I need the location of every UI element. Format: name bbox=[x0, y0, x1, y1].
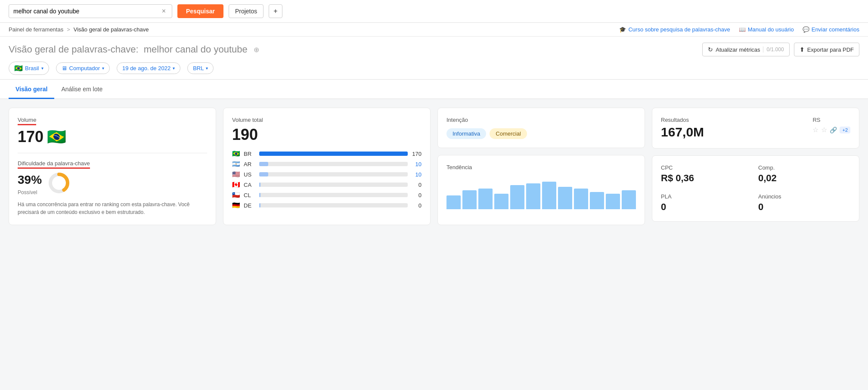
trend-bar-9 bbox=[574, 189, 588, 209]
pla-label: PLA bbox=[661, 193, 753, 200]
brazil-flag-icon-2: 🇧🇷 bbox=[232, 150, 240, 158]
page-header: Visão geral de palavras-chave: melhor ca… bbox=[0, 37, 868, 80]
argentina-flag-icon: 🇦🇷 bbox=[232, 160, 240, 168]
currency-filter[interactable]: BRL ▾ bbox=[187, 62, 214, 74]
manual-link[interactable]: 📖 Manual do usuário bbox=[739, 26, 794, 33]
projects-button[interactable]: Projetos bbox=[229, 4, 264, 18]
trend-bar-12 bbox=[622, 190, 636, 209]
trend-label: Tendência bbox=[446, 164, 636, 170]
volume-card: Volume 170 🇧🇷 Dificuldade da palavra-cha… bbox=[9, 108, 216, 225]
trend-bar-3 bbox=[478, 189, 493, 209]
volume-label: Volume bbox=[18, 117, 207, 125]
trend-bar-11 bbox=[606, 194, 620, 209]
add-keyword-icon[interactable]: ⊕ bbox=[254, 46, 259, 54]
plus-badge[interactable]: +2 bbox=[840, 127, 850, 133]
date-filter[interactable]: 19 de ago. de 2022 ▾ bbox=[117, 62, 180, 74]
course-link[interactable]: 🎓 Curso sobre pesquisa de palavras-chave bbox=[619, 26, 730, 33]
badge-informativa: Informativa bbox=[446, 128, 486, 139]
kd-label: Dificuldade da palavra-chave bbox=[18, 160, 207, 169]
cpc-label: CPC bbox=[661, 164, 753, 171]
country-num-us: 10 bbox=[411, 171, 422, 178]
breadcrumb-home[interactable]: Painel de ferramentas bbox=[9, 26, 63, 33]
graduation-cap-icon: 🎓 bbox=[619, 26, 626, 33]
export-icon: ⬆ bbox=[800, 46, 805, 53]
country-row-de: 🇩🇪 DE 0 bbox=[232, 201, 422, 209]
volume-total-card: Volume total 190 🇧🇷 BR 170 🇦🇷 AR 10 🇺🇸 U… bbox=[223, 108, 431, 225]
volume-total-label: Volume total bbox=[232, 117, 422, 123]
country-code-br: BR bbox=[244, 151, 256, 157]
results-col: Resultados 167,0M bbox=[661, 117, 704, 139]
metrics-grid: CPC R$ 0,36 Comp. 0,02 PLA 0 Anúncios 0 bbox=[661, 164, 850, 213]
results-header: Resultados 167,0M RS ☆ ☆ 🔗 +2 bbox=[661, 117, 850, 139]
trend-bar-10 bbox=[590, 192, 604, 209]
country-num-ca: 0 bbox=[411, 182, 422, 188]
results-card: Resultados 167,0M RS ☆ ☆ 🔗 +2 bbox=[652, 108, 859, 149]
canada-flag-icon: 🇨🇦 bbox=[232, 181, 240, 189]
comment-icon: 💬 bbox=[803, 26, 809, 33]
kd-section: Dificuldade da palavra-chave 39% Possíve… bbox=[18, 160, 207, 216]
page-title-keyword: melhor canal do youtube bbox=[144, 44, 248, 55]
refresh-icon: ↻ bbox=[708, 46, 713, 53]
trend-bar-6 bbox=[526, 183, 540, 209]
breadcrumb-separator: > bbox=[67, 26, 70, 33]
search-button[interactable]: Pesquisar bbox=[177, 4, 223, 18]
germany-flag-icon: 🇩🇪 bbox=[232, 201, 240, 209]
country-code-ca: CA bbox=[244, 182, 256, 188]
intent-badges: Informativa Comercial bbox=[446, 128, 636, 139]
export-pdf-button[interactable]: ⬆ Exportar para PDF bbox=[794, 43, 859, 56]
star-icon-1[interactable]: ☆ bbox=[812, 126, 818, 134]
chevron-down-icon-2: ▾ bbox=[102, 66, 104, 71]
brazil-flag-volume-icon: 🇧🇷 bbox=[47, 128, 66, 146]
country-code-ar: AR bbox=[244, 161, 256, 167]
col3-stack: Intenção Informativa Comercial Tendência bbox=[437, 108, 645, 225]
chain-icon[interactable]: 🔗 bbox=[830, 127, 837, 133]
bar-cl bbox=[259, 193, 408, 197]
page-title: Visão geral de palavras-chave: melhor ca… bbox=[9, 44, 248, 55]
device-filter[interactable]: 🖥 Computador ▾ bbox=[56, 62, 110, 74]
refresh-counter: 0/1.000 bbox=[763, 46, 784, 53]
trend-bar-1 bbox=[446, 195, 461, 209]
trend-bar-4 bbox=[494, 194, 508, 209]
comp-value: 0,02 bbox=[758, 173, 850, 184]
top-bar: × Pesquisar Projetos + bbox=[0, 0, 868, 23]
monitor-icon: 🖥 bbox=[62, 65, 67, 71]
bar-br bbox=[259, 152, 408, 156]
clear-button[interactable]: × bbox=[160, 7, 167, 15]
ads-value: 0 bbox=[758, 201, 850, 213]
intention-label: Intenção bbox=[446, 117, 636, 123]
rs-label: RS bbox=[812, 117, 850, 123]
bar-ar bbox=[259, 162, 408, 166]
us-flag-icon: 🇺🇸 bbox=[232, 170, 240, 178]
bar-de bbox=[259, 203, 408, 207]
add-button[interactable]: + bbox=[269, 4, 282, 18]
country-row-cl: 🇨🇱 CL 0 bbox=[232, 191, 422, 199]
trend-card: Tendência bbox=[437, 155, 645, 225]
filter-row: 🇧🇷 Brasil ▾ 🖥 Computador ▾ 19 de ago. de… bbox=[9, 62, 859, 79]
refresh-metrics-button[interactable]: ↻ Atualizar métricas 0/1.000 bbox=[702, 43, 789, 56]
search-input[interactable] bbox=[13, 8, 160, 15]
country-filter[interactable]: 🇧🇷 Brasil ▾ bbox=[9, 62, 49, 75]
kd-value-block: 39% Possível bbox=[18, 170, 42, 195]
cpc-card: CPC R$ 0,36 Comp. 0,02 PLA 0 Anúncios 0 bbox=[652, 155, 859, 222]
intention-card: Intenção Informativa Comercial bbox=[437, 108, 645, 148]
trend-bar-7 bbox=[542, 182, 556, 209]
feedback-link[interactable]: 💬 Enviar comentários bbox=[803, 26, 859, 33]
country-row-ar: 🇦🇷 AR 10 bbox=[232, 160, 422, 168]
star-row: ☆ ☆ 🔗 +2 bbox=[812, 126, 850, 134]
kd-donut-chart bbox=[48, 172, 70, 194]
star-icon-2[interactable]: ☆ bbox=[821, 126, 827, 134]
brazil-flag-icon: 🇧🇷 bbox=[14, 64, 23, 72]
breadcrumb-current: Visão geral de palavras-chave bbox=[74, 26, 149, 33]
col4-stack: Resultados 167,0M RS ☆ ☆ 🔗 +2 CPC bbox=[652, 108, 859, 225]
tab-overview[interactable]: Visão geral bbox=[9, 80, 54, 99]
breadcrumb-nav-links: 🎓 Curso sobre pesquisa de palavras-chave… bbox=[619, 26, 859, 33]
country-code-us: US bbox=[244, 171, 256, 178]
rs-col: RS ☆ ☆ 🔗 +2 bbox=[812, 117, 850, 134]
comp-item: Comp. 0,02 bbox=[758, 164, 850, 184]
ads-item: Anúncios 0 bbox=[758, 193, 850, 213]
tab-batch[interactable]: Análise em lote bbox=[54, 80, 109, 99]
main-content: Volume 170 🇧🇷 Dificuldade da palavra-cha… bbox=[0, 99, 868, 234]
trend-bar-2 bbox=[462, 190, 477, 209]
kd-possible: Possível bbox=[18, 189, 42, 195]
trend-chart bbox=[446, 175, 636, 209]
